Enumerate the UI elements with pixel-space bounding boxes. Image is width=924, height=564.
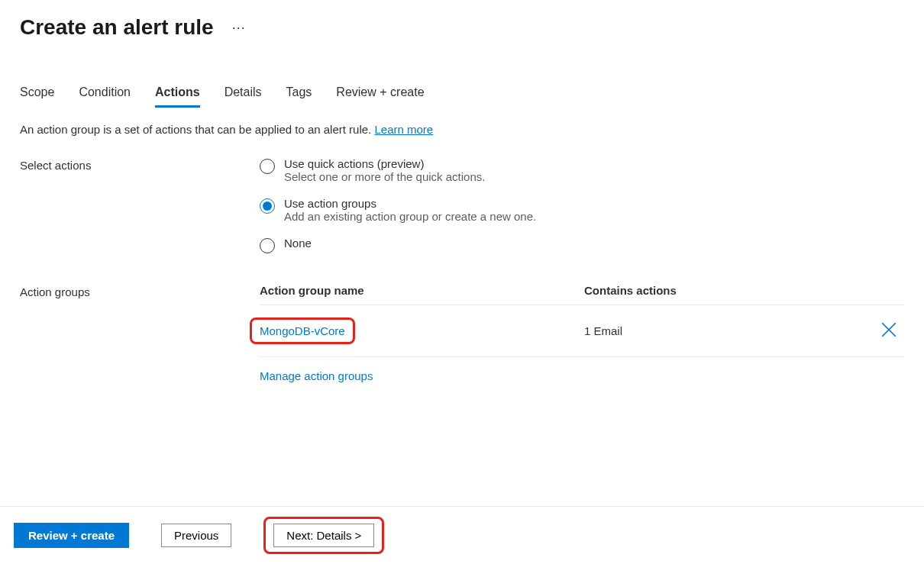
action-group-link[interactable]: MongoDB-vCore xyxy=(260,324,345,337)
table-row: MongoDB-vCore 1 Email xyxy=(260,305,904,357)
option-groups-desc: Add an existing action group or create a… xyxy=(284,210,536,223)
page-title: Create an alert rule xyxy=(20,15,214,40)
previous-button[interactable]: Previous xyxy=(161,524,231,547)
learn-more-link[interactable]: Learn more xyxy=(374,123,433,136)
option-none-label: None xyxy=(284,237,312,250)
tab-review-create[interactable]: Review + create xyxy=(336,85,424,108)
column-header-contains: Contains actions xyxy=(584,284,866,297)
tab-tags[interactable]: Tags xyxy=(286,85,312,108)
radio-action-groups[interactable] xyxy=(260,198,275,214)
select-actions-label: Select actions xyxy=(20,157,260,253)
option-quick-desc: Select one or more of the quick actions. xyxy=(284,170,485,183)
close-icon xyxy=(881,322,897,337)
tab-actions[interactable]: Actions xyxy=(155,85,200,108)
option-quick-label: Use quick actions (preview) xyxy=(284,157,485,170)
tab-details[interactable]: Details xyxy=(225,85,262,108)
tab-scope[interactable]: Scope xyxy=(20,85,54,108)
option-groups-label: Use action groups xyxy=(284,197,536,210)
wizard-footer: Review + create Previous Next: Details > xyxy=(0,506,924,564)
description-text: An action group is a set of actions that… xyxy=(20,123,374,136)
radio-quick-actions[interactable] xyxy=(260,159,275,174)
review-create-button[interactable]: Review + create xyxy=(14,523,129,548)
next-details-button[interactable]: Next: Details > xyxy=(273,524,374,547)
action-groups-label: Action groups xyxy=(20,284,260,395)
remove-row-icon[interactable] xyxy=(881,327,897,340)
more-icon[interactable]: ··· xyxy=(232,20,246,36)
manage-action-groups-link[interactable]: Manage action groups xyxy=(260,369,373,382)
tab-condition[interactable]: Condition xyxy=(79,85,131,108)
contains-actions-value: 1 Email xyxy=(584,324,866,337)
tab-bar: Scope Condition Actions Details Tags Rev… xyxy=(20,85,904,108)
radio-none[interactable] xyxy=(260,238,275,253)
column-header-name: Action group name xyxy=(260,284,584,297)
actions-description: An action group is a set of actions that… xyxy=(20,123,904,136)
